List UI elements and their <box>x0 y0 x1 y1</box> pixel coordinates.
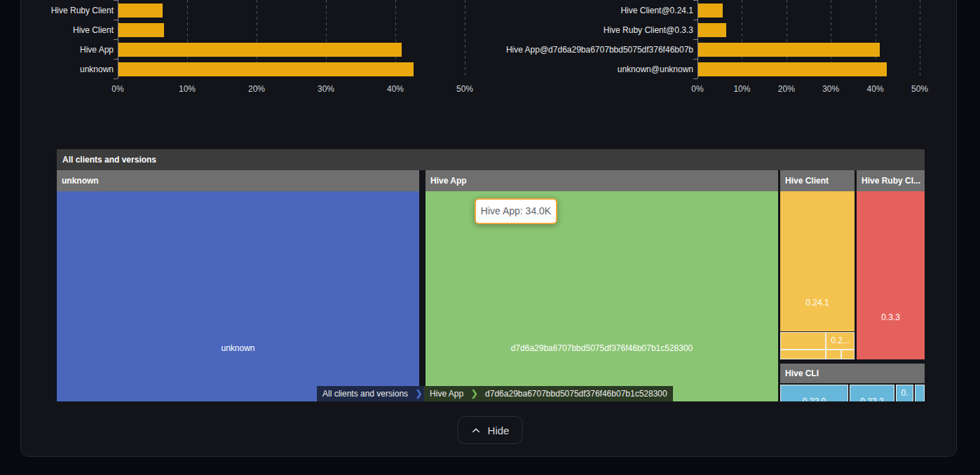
axis-tick <box>693 78 697 79</box>
category-label: Hive Client <box>14 22 114 38</box>
clients-versions-treemap: All clients and versions unknown unknown… <box>57 149 925 401</box>
x-tick-label: 10% <box>172 84 203 94</box>
breadcrumb-item-hive-app[interactable]: Hive App ❯ <box>424 386 479 401</box>
axis-tick <box>693 0 697 1</box>
hide-button-label: Hide <box>488 425 510 436</box>
bar-hive-client[interactable] <box>118 23 164 37</box>
treemap-tooltip: Hive App: 34.0K <box>475 198 557 224</box>
bar-hive-app-d7d6a29ba6707bbd5075df376f46b07b[interactable] <box>698 43 880 57</box>
x-tick-label: 30% <box>311 84 341 94</box>
treemap-leaf-label: 0. <box>897 388 913 398</box>
axis-tick <box>114 78 118 79</box>
treemap-leaf-hive-cli-version[interactable] <box>915 385 925 401</box>
breadcrumb-label: Hive App <box>424 386 469 401</box>
treemap-leaf-hive-cli-version[interactable]: 0.22.0 <box>780 385 848 401</box>
category-label: Hive App <box>14 42 114 57</box>
treemap-leaf-hive-client-minor[interactable] <box>841 350 855 359</box>
x-tick-label: 40% <box>860 84 891 94</box>
treemap-leaf-label: unknown <box>57 343 419 353</box>
bar-hive-app[interactable] <box>118 43 402 57</box>
treemap-leaf-unknown[interactable]: unknown <box>57 191 419 401</box>
axis-tick <box>114 20 118 20</box>
category-label: unknown <box>14 62 114 77</box>
treemap-breadcrumb: All clients and versions ❯ Hive App ❯ d7… <box>317 386 673 401</box>
axis-tick <box>693 39 697 40</box>
treemap-leaf-hive-client-minor[interactable]: 0.2... <box>826 332 855 350</box>
category-label: Hive Client@0.24.1 <box>491 3 693 18</box>
breadcrumb-item-root[interactable]: All clients and versions ❯ <box>317 386 424 401</box>
treemap-leaf-hive-cli-version[interactable]: 0. <box>896 385 913 401</box>
bar-hive-ruby-client[interactable] <box>118 4 163 18</box>
x-tick-label: 40% <box>380 84 411 94</box>
client-usage-bar-chart: 0%10%20%30%40%50%Hive Ruby ClientHive Cl… <box>14 0 477 98</box>
bar-hive-ruby-client-0-3-3[interactable] <box>698 23 726 37</box>
bar-unknown-unknown[interactable] <box>698 62 887 76</box>
category-label: Hive App@d7d6a29ba6707bbd5075df376f46b07… <box>491 42 693 57</box>
treemap-leaf-label: 0.22.0 <box>781 397 848 401</box>
treemap-leaf-label: 0.22.2 <box>850 397 894 401</box>
x-tick-label: 30% <box>815 84 846 94</box>
treemap-section-header-unknown[interactable]: unknown <box>57 170 419 191</box>
x-tick-label: 0% <box>682 84 713 94</box>
hide-button[interactable]: Hide <box>458 416 523 444</box>
treemap-leaf-hive-client-minor[interactable] <box>826 350 841 359</box>
axis-tick <box>693 20 697 20</box>
treemap-section-header-hive-cli[interactable]: Hive CLI <box>780 364 925 383</box>
axis-tick <box>114 39 118 40</box>
x-tick-label: 10% <box>726 84 757 94</box>
treemap-leaf-hive-client-minor[interactable] <box>780 350 826 359</box>
x-tick-label: 0% <box>102 84 133 94</box>
treemap-section-header-hive-app[interactable]: Hive App <box>426 170 778 191</box>
breadcrumb-label: d7d6a29ba6707bbd5075df376f46b07b1c528300 <box>479 386 673 401</box>
axis-tick <box>693 59 697 60</box>
client-version-usage-bar-chart: 0%10%20%30%40%50%Hive Client@0.24.1Hive … <box>491 0 967 98</box>
bar-hive-client-0-24-1[interactable] <box>698 4 723 18</box>
category-label: Hive Ruby Client@0.3.3 <box>491 22 693 38</box>
x-tick-label: 20% <box>771 84 802 94</box>
treemap-leaf-hive-cli-version[interactable]: 0.22.2 <box>850 385 894 401</box>
chevron-right-icon: ❯ <box>414 386 424 401</box>
gridline <box>465 0 465 78</box>
treemap-leaf-label: 0.24.1 <box>780 298 855 308</box>
treemap-leaf-hive-ruby-0-3-3[interactable]: 0.3.3 <box>857 191 925 359</box>
bar-unknown[interactable] <box>118 62 414 76</box>
x-tick-label: 50% <box>904 84 935 94</box>
breadcrumb-item-hash[interactable]: d7d6a29ba6707bbd5075df376f46b07b1c528300 <box>479 386 673 401</box>
category-label: Hive Ruby Client <box>14 3 114 18</box>
chevron-up-icon <box>471 425 482 436</box>
treemap-section-header-hive-ruby-client[interactable]: Hive Ruby Cl... <box>857 170 925 191</box>
treemap-root-header[interactable]: All clients and versions <box>57 149 925 170</box>
category-label: unknown@unknown <box>491 62 693 77</box>
chevron-right-icon: ❯ <box>469 386 479 401</box>
treemap-leaf-label: 0.3.3 <box>857 312 925 322</box>
axis-tick <box>114 0 118 1</box>
breadcrumb-label: All clients and versions <box>317 386 414 401</box>
treemap-leaf-hive-client-minor[interactable] <box>780 332 826 350</box>
axis-tick <box>114 59 118 60</box>
treemap-leaf-hive-client-0-24-1[interactable]: 0.24.1 <box>780 191 855 331</box>
x-tick-label: 20% <box>241 84 272 94</box>
treemap-leaf-label: d7d6a29ba6707bbd5075df376f46b07b1c528300 <box>426 343 778 353</box>
gridline <box>920 0 920 78</box>
treemap-leaf-label: 0.2... <box>826 336 854 345</box>
treemap-section-header-hive-client[interactable]: Hive Client <box>780 170 855 191</box>
x-tick-label: 50% <box>449 84 480 94</box>
